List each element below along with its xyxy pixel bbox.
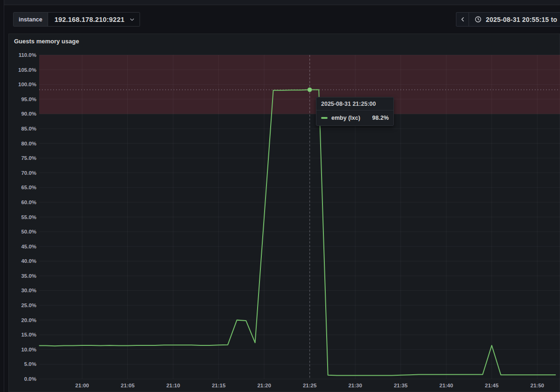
x-axis-tick-label: 21:10 — [166, 383, 180, 388]
tooltip-series-value: 98.2% — [372, 115, 389, 121]
y-axis-tick-label: 10.0% — [21, 347, 36, 352]
x-axis-tick-label: 21:35 — [394, 383, 408, 388]
hover-point-marker — [308, 88, 312, 92]
tooltip-timestamp: 2025-08-31 21:25:00 — [316, 97, 393, 110]
x-axis-tick-label: 21:15 — [212, 383, 226, 388]
y-axis-tick-label: 75.0% — [21, 155, 36, 161]
y-axis-tick-label: 85.0% — [21, 126, 36, 131]
y-axis-tick-label: 30.0% — [21, 288, 36, 293]
y-axis-tick-label: 50.0% — [21, 229, 36, 234]
y-axis-tick-label: 0.0% — [24, 376, 36, 382]
y-axis-tick-label: 95.0% — [21, 96, 36, 102]
y-axis-tick-label: 110.0% — [19, 52, 36, 58]
x-axis-tick-label: 21:50 — [531, 383, 544, 388]
y-axis-tick-label: 20.0% — [21, 317, 36, 323]
x-axis-tick-label: 21:05 — [121, 383, 135, 388]
y-axis-tick-label: 55.0% — [21, 214, 36, 220]
tooltip-series-row: emby (lxc) 98.2% — [316, 110, 393, 125]
x-axis-tick-label: 21:00 — [75, 383, 89, 388]
series-color-swatch — [321, 117, 328, 119]
y-axis-tick-label: 5.0% — [24, 361, 36, 367]
y-axis-tick-label: 90.0% — [21, 111, 36, 117]
chart-tooltip: 2025-08-31 21:25:00 emby (lxc) 98.2% — [316, 97, 394, 126]
y-axis-tick-label: 65.0% — [21, 185, 36, 190]
memory-usage-chart[interactable]: 0.0%5.0%10.0%15.0%20.0%25.0%30.0%35.0%40… — [0, 0, 560, 392]
y-axis-tick-label: 40.0% — [21, 258, 36, 264]
x-axis-tick-label: 21:25 — [303, 383, 317, 388]
y-axis-tick-label: 80.0% — [21, 141, 36, 146]
y-axis-tick-label: 25.0% — [21, 303, 36, 308]
y-axis-tick-label: 60.0% — [21, 199, 36, 205]
y-axis-tick-label: 45.0% — [21, 244, 36, 249]
series-line — [39, 90, 555, 376]
x-axis-tick-label: 21:45 — [485, 383, 499, 388]
tooltip-series-name: emby (lxc) — [331, 115, 369, 121]
y-axis-tick-label: 35.0% — [21, 273, 36, 279]
x-axis-tick-label: 21:40 — [439, 383, 453, 388]
y-axis-tick-label: 100.0% — [18, 82, 36, 87]
y-axis-tick-label: 105.0% — [18, 67, 36, 73]
x-axis-tick-label: 21:30 — [348, 383, 362, 388]
x-axis-tick-label: 21:20 — [257, 383, 271, 388]
y-axis-tick-label: 70.0% — [21, 170, 36, 176]
y-axis-tick-label: 15.0% — [21, 332, 36, 337]
